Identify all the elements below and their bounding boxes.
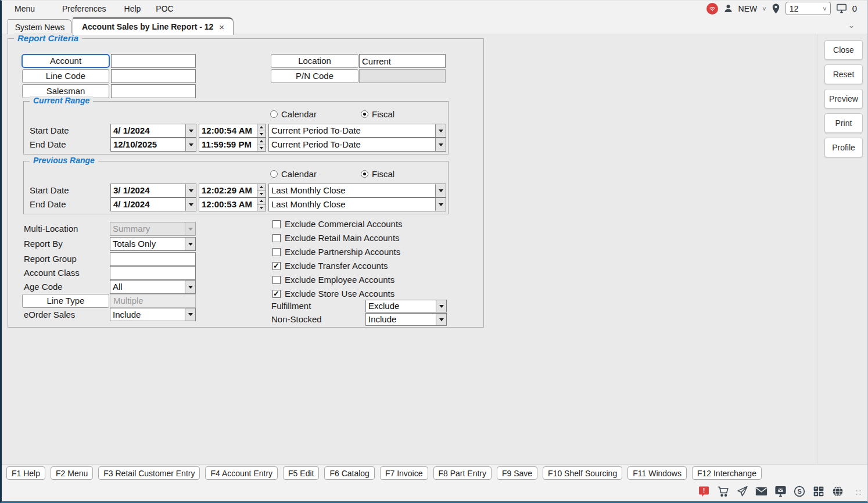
pn-code-button[interactable]: P/N Code	[271, 69, 358, 83]
account-class-input[interactable]	[110, 266, 196, 280]
dropdown-arrow-icon[interactable]	[185, 124, 196, 137]
checkbox-exclude-employee[interactable]	[272, 276, 281, 284]
current-fiscal-label[interactable]: Fiscal	[372, 107, 394, 121]
spin-down-icon[interactable]	[257, 131, 266, 138]
checkbox-exclude-commercial-label[interactable]: Exclude Commercial Accounts	[285, 217, 403, 231]
line-code-button[interactable]: Line Code	[22, 69, 109, 83]
spin-up-icon[interactable]	[257, 198, 266, 205]
account-input[interactable]	[111, 54, 196, 68]
menu-item-menu[interactable]: Menu	[15, 2, 35, 16]
previous-start-time-spinner[interactable]: 12:02:29 AM	[199, 184, 266, 197]
dropdown-arrow-icon[interactable]	[185, 198, 196, 211]
dropdown-arrow-icon[interactable]	[185, 238, 195, 250]
tab-system-news[interactable]: System News	[8, 19, 72, 34]
checkbox-exclude-store-use[interactable]	[272, 290, 281, 298]
connection-status-icon[interactable]	[706, 3, 718, 15]
remote-desktop-icon[interactable]	[774, 485, 787, 498]
resize-grip-icon[interactable]: ∷	[856, 488, 862, 497]
menu-item-preferences[interactable]: Preferences	[62, 2, 106, 16]
menu-item-help[interactable]: Help	[124, 2, 141, 16]
reset-button[interactable]: Reset	[824, 64, 863, 84]
shopping-cart-icon[interactable]	[716, 485, 729, 498]
salesman-input[interactable]	[111, 84, 196, 98]
current-end-date-select[interactable]: 12/10/2025	[110, 138, 196, 152]
f9-save-button[interactable]: F9 Save	[497, 466, 537, 480]
s-badge-icon[interactable]: S	[793, 485, 806, 498]
send-icon[interactable]	[736, 485, 748, 498]
f7-invoice-button[interactable]: F7 Invoice	[380, 466, 428, 480]
current-start-period-select[interactable]: Current Period To-Date	[268, 124, 446, 138]
location-input[interactable]	[359, 54, 446, 68]
f10-shelf-sourcing-button[interactable]: F10 Shelf Sourcing	[543, 466, 622, 480]
previous-end-period-select[interactable]: Last Monthly Close	[268, 197, 446, 211]
calculator-icon[interactable]: +−×=	[812, 485, 825, 498]
f5-edit-button[interactable]: F5 Edit	[283, 466, 319, 480]
checkbox-exclude-transfer-label[interactable]: Exclude Transfer Accounts	[285, 259, 388, 273]
current-end-period-select[interactable]: Current Period To-Date	[268, 138, 446, 152]
age-code-select[interactable]: All	[110, 280, 196, 294]
f12-interchange-button[interactable]: F12 Interchange	[692, 466, 762, 480]
previous-fiscal-radio[interactable]	[361, 170, 368, 178]
spin-down-icon[interactable]	[257, 145, 266, 152]
line-type-button[interactable]: Line Type	[22, 294, 109, 308]
f2-menu-button[interactable]: F2 Menu	[51, 466, 93, 480]
checkbox-exclude-commercial[interactable]	[272, 220, 281, 228]
dropdown-arrow-icon[interactable]	[435, 124, 446, 137]
dropdown-arrow-icon[interactable]	[435, 184, 446, 197]
dropdown-arrow-icon[interactable]	[185, 281, 195, 293]
f1-help-button[interactable]: F1 Help	[6, 466, 45, 480]
spin-down-icon[interactable]	[257, 205, 266, 211]
store-select[interactable]: 12 ˅	[785, 2, 831, 15]
report-group-input[interactable]	[110, 252, 196, 266]
checkbox-exclude-transfer[interactable]	[272, 262, 281, 270]
account-button[interactable]: Account	[21, 54, 110, 68]
previous-end-date-select[interactable]: 4/ 1/2024	[110, 197, 196, 211]
profile-button[interactable]: Profile	[824, 138, 863, 157]
print-button[interactable]: Print	[824, 113, 863, 133]
spin-up-icon[interactable]	[257, 124, 266, 131]
menu-item-poc[interactable]: POC	[156, 2, 173, 16]
tab-account-sales-report[interactable]: Account Sales by Line Report - 12 ×	[73, 17, 234, 35]
tab-overflow-chevron-icon[interactable]: ⌄	[848, 21, 855, 30]
globe-icon[interactable]	[831, 485, 844, 498]
f3-retail-customer-entry-button[interactable]: F3 Retail Customer Entry	[98, 466, 200, 480]
notification-alert-icon[interactable]: !	[697, 485, 710, 498]
previous-calendar-label[interactable]: Calendar	[281, 167, 317, 181]
spin-up-icon[interactable]	[257, 184, 266, 191]
checkbox-exclude-retail-main[interactable]	[272, 234, 281, 242]
checkbox-exclude-retail-main-label[interactable]: Exclude Retail Main Accounts	[285, 231, 400, 245]
mail-icon[interactable]	[755, 485, 767, 498]
dropdown-arrow-icon[interactable]	[435, 138, 446, 151]
current-start-time-spinner[interactable]: 12:00:54 AM	[199, 124, 266, 138]
user-chevron-icon[interactable]: ˅	[762, 5, 766, 12]
dropdown-arrow-icon[interactable]	[185, 308, 195, 321]
previous-fiscal-label[interactable]: Fiscal	[372, 167, 394, 181]
report-by-select[interactable]: Totals Only	[110, 237, 196, 251]
non-stocked-select[interactable]: Include	[365, 313, 447, 326]
checkbox-exclude-partnership-label[interactable]: Exclude Partnership Accounts	[285, 245, 400, 259]
previous-calendar-radio[interactable]	[270, 170, 278, 178]
line-code-input[interactable]	[111, 69, 196, 83]
f8-part-entry-button[interactable]: F8 Part Entry	[433, 466, 492, 480]
f11-windows-button[interactable]: F11 Windows	[627, 466, 687, 480]
current-start-date-select[interactable]: 4/ 1/2024	[110, 124, 196, 138]
previous-end-time-spinner[interactable]: 12:00:53 AM	[199, 197, 266, 211]
dropdown-arrow-icon[interactable]	[185, 184, 196, 197]
close-button[interactable]: Close	[824, 40, 863, 60]
previous-start-period-select[interactable]: Last Monthly Close	[268, 184, 446, 197]
location-button[interactable]: Location	[271, 54, 358, 68]
spin-up-icon[interactable]	[257, 138, 266, 145]
current-calendar-radio[interactable]	[270, 110, 278, 118]
dropdown-arrow-icon[interactable]	[436, 314, 446, 325]
checkbox-exclude-partnership[interactable]	[272, 248, 281, 256]
fulfillment-select[interactable]: Exclude	[365, 300, 447, 312]
dropdown-arrow-icon[interactable]	[185, 138, 196, 151]
checkbox-exclude-employee-label[interactable]: Exclude Employee Accounts	[285, 273, 394, 287]
f6-catalog-button[interactable]: F6 Catalog	[324, 466, 374, 480]
spin-down-icon[interactable]	[257, 191, 266, 197]
dropdown-arrow-icon[interactable]	[435, 198, 446, 211]
current-end-time-spinner[interactable]: 11:59:59 PM	[199, 138, 266, 152]
dropdown-arrow-icon[interactable]	[436, 300, 446, 312]
f4-account-entry-button[interactable]: F4 Account Entry	[205, 466, 278, 480]
current-fiscal-radio[interactable]	[361, 110, 368, 118]
